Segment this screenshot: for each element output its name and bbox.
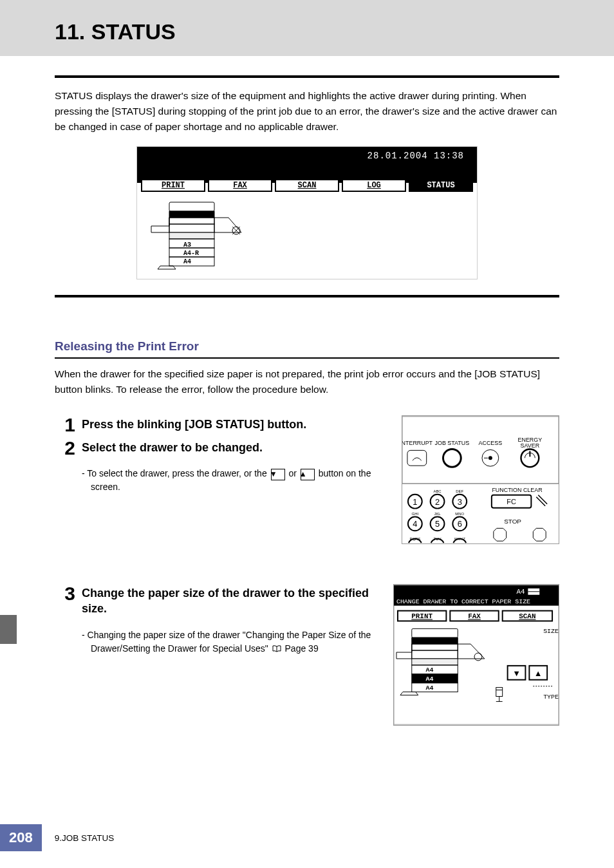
svg-text:PRINT: PRINT <box>411 613 433 621</box>
svg-rect-1 <box>169 211 214 218</box>
svg-rect-4 <box>169 232 214 239</box>
lbl-energy2: SAVER <box>521 442 540 449</box>
down-arrow-icon: ▼ <box>271 469 285 480</box>
svg-text:MNO: MNO <box>455 512 464 516</box>
step-2-detail-pre: To select the drawer, press the drawer, … <box>87 468 269 478</box>
tab-fax: FAX <box>208 179 272 192</box>
step-3-number: 3 <box>55 584 82 656</box>
svg-text:1: 1 <box>413 497 417 507</box>
svg-rect-2 <box>169 218 214 224</box>
svg-point-14 <box>488 456 492 460</box>
lbl-interrupt: NTERRUPT <box>402 440 433 447</box>
tab-print: PRINT <box>141 179 205 192</box>
svg-text:ABC: ABC <box>433 489 442 493</box>
side-tab <box>0 615 17 644</box>
svg-rect-40 <box>394 585 559 724</box>
step-3-wrap: A4 CHANGE DRAWER TO CORRECT PAPER SIZE P… <box>55 584 559 726</box>
svg-text:A4: A4 <box>426 675 434 683</box>
step-3-detail: Changing the paper size of the drawer "C… <box>82 628 384 656</box>
drawer-label-2: A4-R <box>183 249 199 258</box>
screenshot-tabs: PRINT FAX SCAN LOG STATUS <box>137 179 477 192</box>
rule-subsection <box>55 357 559 359</box>
svg-text:GHI: GHI <box>412 512 419 516</box>
step-2-title: Select the drawer to be changed. <box>82 440 393 455</box>
svg-text:▼: ▼ <box>512 668 521 678</box>
lcd-message: CHANGE DRAWER TO CORRECT PAPER SIZE <box>396 598 530 605</box>
book-icon <box>272 645 281 652</box>
footer-label: 9.JOB STATUS <box>55 833 115 843</box>
page-number: 208 <box>0 824 42 851</box>
tab-status: STATUS <box>409 179 473 192</box>
step-2: 2 Select the drawer to be changed. To se… <box>55 439 393 494</box>
page-title: 11. STATUS <box>55 19 614 44</box>
svg-text:▲: ▲ <box>534 668 543 678</box>
lcd-panel-image: A4 CHANGE DRAWER TO CORRECT PAPER SIZE P… <box>393 584 559 726</box>
svg-rect-51 <box>412 637 458 644</box>
lbl-fc-short: FC <box>507 498 516 505</box>
svg-rect-3 <box>169 224 214 232</box>
lbl-stop: STOP <box>504 518 521 525</box>
status-screenshot: 28.01.2004 13:38 PRINT FAX SCAN LOG STAT… <box>136 146 478 279</box>
svg-text:6: 6 <box>458 519 462 529</box>
screenshot-panel: A3 A4-R A4 <box>137 192 477 279</box>
svg-text:2: 2 <box>435 497 440 507</box>
intro-paragraph: STATUS displays the drawer's size of the… <box>55 88 559 135</box>
lbl-jobstatus: JOB STATUS <box>435 440 470 447</box>
steps-1-2-wrap: NTERRUPT JOB STATUS ACCESS ENERGY SAVER … <box>55 415 559 544</box>
type-label: TYPE <box>543 694 559 701</box>
header-bar: 11. STATUS <box>0 0 614 56</box>
size-label: SIZE <box>543 628 559 635</box>
step-1: 1 Press the blinking [JOB STATUS] button… <box>55 415 393 435</box>
svg-text:A4: A4 <box>426 684 434 692</box>
svg-text:5: 5 <box>435 519 440 529</box>
step-3-detail-pre: Changing the paper size of the drawer "C… <box>88 630 371 654</box>
svg-text:3: 3 <box>458 497 462 507</box>
timestamp: 28.01.2004 13:38 <box>367 151 464 161</box>
lcd-top: A4 <box>517 588 525 596</box>
drawer-label-1: A3 <box>183 241 199 249</box>
page-footer: 208 9.JOB STATUS <box>0 824 114 851</box>
svg-text:FAX: FAX <box>468 613 481 621</box>
step-2-detail: To select the drawer, press the drawer, … <box>82 467 393 494</box>
section-intro: When the drawer for the specified size p… <box>55 366 559 397</box>
section-heading: Releasing the Print Error <box>55 339 559 354</box>
svg-text:A4: A4 <box>426 666 434 674</box>
step-2-or: or <box>286 468 299 478</box>
step-3-pageref: Page 39 <box>283 643 319 654</box>
step-3: 3 Change the paper size of the drawer to… <box>55 584 384 656</box>
tab-scan: SCAN <box>275 179 339 192</box>
svg-text:SCAN: SCAN <box>519 613 535 621</box>
svg-rect-54 <box>412 659 458 665</box>
svg-text:4: 4 <box>413 519 417 529</box>
step-1-title: Press the blinking [JOB STATUS] button. <box>82 417 393 432</box>
main-content: STATUS displays the drawer's size of the… <box>0 75 614 726</box>
svg-rect-9 <box>402 417 559 543</box>
step-3-title: Change the paper size of the drawer to t… <box>82 585 384 617</box>
step-2-number: 2 <box>55 439 82 494</box>
screenshot-statusbar: 28.01.2004 13:38 <box>137 147 477 183</box>
drawer-label-3: A4 <box>183 258 199 266</box>
lbl-fc: FUNCTION CLEAR <box>492 487 543 493</box>
tab-log: LOG <box>342 179 406 192</box>
up-arrow-icon: ▲ <box>301 469 315 480</box>
control-panel-image: NTERRUPT JOB STATUS ACCESS ENERGY SAVER … <box>402 415 559 544</box>
rule-top <box>55 75 559 78</box>
svg-text:DEF: DEF <box>456 489 463 493</box>
svg-rect-56 <box>412 674 458 683</box>
lbl-access: ACCESS <box>479 440 503 447</box>
step-1-number: 1 <box>55 415 82 435</box>
svg-rect-0 <box>169 202 214 211</box>
svg-text:JKL: JKL <box>434 512 441 516</box>
rule-mid <box>55 295 559 297</box>
drawer-labels: A3 A4-R A4 <box>183 241 199 266</box>
printer-diagram: A3 A4-R A4 <box>145 197 248 271</box>
